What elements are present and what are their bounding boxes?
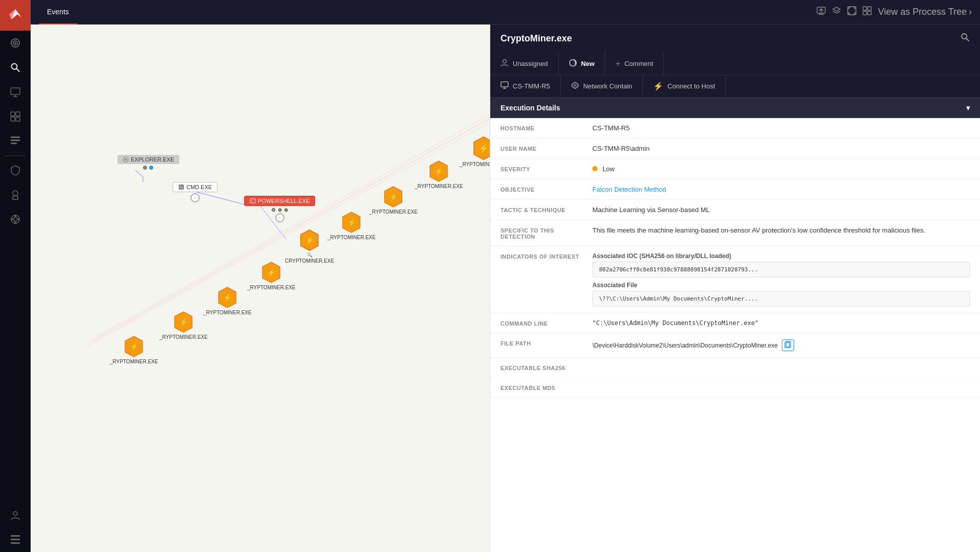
icon-upload[interactable] [817, 7, 826, 18]
svg-line-32 [135, 170, 143, 177]
monitor-icon [500, 81, 509, 91]
value-ioc: Associated IOC (SHA256 on library/DLL lo… [592, 252, 970, 307]
panel-search-icon[interactable] [961, 33, 970, 44]
sidebar-item-dashboard[interactable] [0, 104, 31, 129]
panel-actions-row1: Unassigned New + Comment [490, 53, 980, 75]
node-rypto6[interactable]: ⚡ _RYPTOMINER.EXE [369, 186, 418, 215]
svg-text:⚡: ⚡ [389, 193, 398, 201]
icon-layers[interactable] [832, 6, 841, 18]
sidebar-item-search[interactable] [0, 55, 31, 80]
exec-details-header[interactable]: Execution Details ▾ [490, 98, 980, 118]
svg-rect-9 [16, 112, 20, 116]
svg-line-29 [92, 104, 490, 341]
sidebar-item-intelligence[interactable] [0, 182, 31, 207]
node-rypto1[interactable]: ⚡ _RYPTOMINER.EXE [110, 335, 158, 364]
value-severity: Low [592, 165, 970, 173]
svg-point-68 [574, 84, 576, 86]
detail-row-objective: OBJECTIVE Falcon Detection Method [490, 179, 980, 200]
main-content: Events View as Process Tree › [31, 0, 980, 552]
svg-rect-25 [863, 7, 867, 10]
node-cmd[interactable]: CMD.EXE − [173, 182, 218, 202]
detail-row-severity: SEVERITY Low [490, 159, 980, 179]
svg-rect-40 [250, 199, 255, 203]
svg-point-17 [13, 512, 17, 516]
svg-rect-8 [11, 112, 15, 116]
connect-icon: ⚡ [653, 81, 663, 91]
node-powershell-label: POWERSHELL.EXE [258, 198, 309, 204]
node-rypto3-label: _RYPTOMINER.EXE [203, 310, 252, 315]
node-powershell[interactable]: POWERSHELL.EXE ⚙⊕⊗ − [244, 196, 315, 222]
sidebar-item-hunting[interactable] [0, 207, 31, 232]
svg-text:⚡: ⚡ [267, 268, 276, 277]
action-cs-tmm[interactable]: CS-TMM-R5 [490, 75, 561, 97]
node-explorer[interactable]: EXPLORER.EXE [117, 155, 179, 170]
new-label: New [581, 60, 595, 67]
node-cmd-label: CMD.EXE [186, 184, 212, 190]
detail-row-ioc: INDICATORS OF INTEREST Associated IOC (S… [490, 246, 980, 313]
label-objective: OBJECTIVE [500, 186, 582, 193]
graph-area[interactable]: EXPLORER.EXE CMD.EXE − POWERSH [31, 25, 490, 552]
sidebar-bottom [0, 503, 31, 552]
topbar: Events View as Process Tree › [31, 0, 980, 25]
svg-text:⚡: ⚡ [347, 218, 356, 227]
sidebar-item-monitor[interactable] [0, 80, 31, 104]
sidebar-item-users[interactable] [0, 503, 31, 527]
node-rypto2[interactable]: ⚡ _RYPTOMINER.EXE [159, 311, 208, 340]
label-username: USER NAME [500, 145, 582, 152]
right-panel: CryptoMiner.exe Unassigned New [490, 25, 980, 552]
view-process-tree-link[interactable]: View as Process Tree › [878, 7, 972, 17]
svg-rect-27 [863, 11, 867, 15]
node-cryptominer-main[interactable]: ⚡ 🔍 CRYPTOMINER.EXE [285, 229, 334, 264]
panel-actions-row2: CS-TMM-R5 Network Contain ⚡ Connect to H… [490, 75, 980, 98]
sidebar-item-investigate[interactable] [0, 129, 31, 153]
sidebar [0, 0, 31, 552]
label-sha256: EXECUTABLE SHA256 [500, 364, 582, 371]
label-ioc: INDICATORS OF INTEREST [500, 252, 582, 260]
value-tactic: Machine Learning via Sensor-based ML [592, 206, 970, 214]
detail-row-md5: EXECUTABLE MD5 [490, 378, 980, 398]
value-objective[interactable]: Falcon Detection Method [592, 186, 970, 193]
copy-icon[interactable] [782, 339, 794, 351]
icon-expand[interactable] [847, 6, 856, 18]
value-hostname: CS-TMM-R5 [592, 124, 970, 132]
action-connect-host[interactable]: ⚡ Connect to Host [643, 75, 726, 97]
svg-line-30 [87, 109, 490, 347]
sidebar-divider1 [5, 155, 26, 156]
node-rypto5-label: _RYPTOMINER.EXE [327, 235, 376, 240]
sidebar-item-prevention[interactable] [0, 158, 31, 182]
tactic-ml-link[interactable]: Machine Learning [592, 206, 645, 214]
svg-text:⚡: ⚡ [305, 236, 315, 245]
panel-title: CryptoMiner.exe [500, 33, 572, 44]
svg-line-4 [17, 69, 20, 72]
svg-point-63 [503, 60, 507, 63]
detail-row-tactic: TACTIC & TECHNIQUE Machine Learning via … [490, 200, 980, 220]
node-rypto7[interactable]: ⚡ _RYPTOMINER.EXE [415, 160, 463, 189]
node-rypto5[interactable]: ⚡ _RYPTOMINER.EXE [327, 211, 376, 240]
tab-events[interactable]: Events [39, 0, 77, 25]
svg-rect-26 [868, 7, 871, 10]
svg-rect-5 [11, 88, 20, 95]
new-icon [569, 59, 577, 68]
node-rypto8[interactable]: ⚡ _RYPTOMINER.EXE [460, 136, 490, 167]
action-new[interactable]: New [559, 53, 606, 75]
icon-grid[interactable] [863, 6, 872, 18]
action-comment[interactable]: + Comment [605, 53, 664, 75]
cs-tmm-label: CS-TMM-R5 [513, 82, 550, 90]
node-rypto4[interactable]: ⚡ _RYPTOMINER.EXE [247, 261, 296, 290]
svg-rect-11 [16, 117, 20, 121]
severity-text: Low [603, 165, 615, 173]
sidebar-item-alerts[interactable] [0, 31, 31, 55]
comment-icon: + [615, 59, 620, 68]
chevron-right-icon: › [969, 7, 972, 17]
tactic-sensor-link[interactable]: Sensor-based ML [657, 206, 710, 214]
sidebar-item-settings-bottom[interactable] [0, 527, 31, 552]
filepath-text: \Device\HarddiskVolume2\Users\admin\Docu… [592, 342, 778, 349]
node-rypto3[interactable]: ⚡ _RYPTOMINER.EXE [203, 286, 252, 315]
detail-row-sha256: EXECUTABLE SHA256 [490, 358, 980, 378]
action-unassigned[interactable]: Unassigned [490, 53, 559, 75]
app-logo[interactable] [0, 0, 31, 31]
svg-rect-14 [11, 143, 17, 144]
severity-dot [592, 166, 597, 171]
action-network-contain[interactable]: Network Contain [561, 75, 643, 97]
file-path-row: \Device\HarddiskVolume2\Users\admin\Docu… [592, 339, 970, 351]
